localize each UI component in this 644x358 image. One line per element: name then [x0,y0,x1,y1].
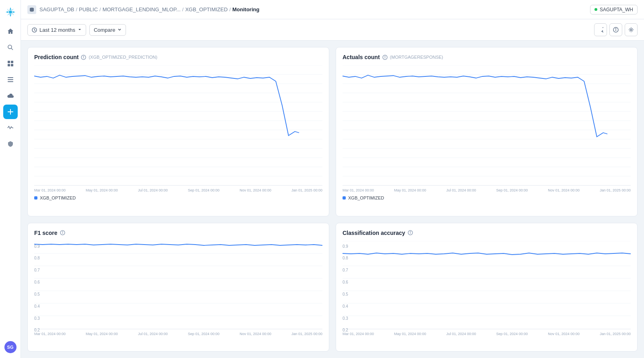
chart-header-accuracy: Classification accuracy [343,230,631,236]
time-range-button[interactable]: Last 12 months [27,24,86,36]
actuals-count-svg [343,65,631,186]
acc-y-02: 0.2 [343,328,348,332]
legend-dot-actuals [343,196,346,200]
f1-y-02: 0.2 [34,328,40,332]
x-label-jan: Jan 01, 2025 00:00 [291,188,322,192]
accuracy-svg [343,241,631,329]
prediction-count-title: Prediction count [34,54,78,60]
sidebar-item-cloud[interactable] [3,88,18,103]
prediction-count-svg: 2,600 2,400 2,200 2,000 1,800 1,600 1,40… [34,65,322,186]
f1-score-svg [34,241,322,329]
clock-icon [32,27,37,33]
actuals-count-card: Actuals count (MORTGAGERESPONSE) [336,47,638,216]
svg-rect-3 [8,61,10,63]
actuals-x-may: May 01, 2024 00:00 [394,188,426,192]
chart-header-actuals: Actuals count (MORTGAGERESPONSE) [343,54,631,60]
sidebar-item-activity[interactable] [3,121,18,135]
svg-point-0 [9,10,12,14]
svg-point-77 [410,232,411,232]
prediction-count-subtitle: (XGB_OPTIMIZED_PREDICTION) [89,55,157,60]
legend-dot-prediction [34,196,37,200]
actuals-x-nov: Nov 01, 2024 00:00 [548,188,580,192]
actuals-x-jan: Jan 01, 2025 00:00 [600,188,631,192]
svg-point-15 [630,29,632,31]
svg-rect-8 [8,79,13,80]
f1-score-chart-area: Mar 01, 2024 00:00 May 01, 2024 00:00 Ju… [34,241,322,345]
sidebar-item-shield[interactable] [3,137,18,151]
legend-label-prediction: XGB_OPTIMIZED [40,195,76,200]
f1-y-08: 0.8 [34,256,40,260]
breadcrumb-sep-3: / [182,6,184,12]
svg-rect-7 [8,77,13,78]
classification-accuracy-title: Classification accuracy [343,230,405,236]
dashboard: Prediction count (XGB_OPTIMIZED_PREDICTI… [21,41,644,358]
acc-y-08: 0.8 [343,256,348,260]
breadcrumb-sep-1: / [76,6,77,12]
accuracy-info-icon[interactable] [408,230,413,235]
legend-label-actuals: XGB_OPTIMIZED [348,195,384,200]
x-label-nov: Nov 01, 2024 00:00 [239,188,271,192]
refresh-button[interactable] [594,23,607,36]
chart-header-prediction: Prediction count (XGB_OPTIMIZED_PREDICTI… [34,54,322,60]
svg-rect-9 [8,81,13,82]
database-icon [27,5,36,14]
sidebar-item-list[interactable] [3,72,18,87]
chevron-down-icon-2 [118,28,122,32]
warehouse-badge[interactable]: SAGUPTA_WH [590,5,638,14]
prediction-info-icon[interactable] [81,55,86,60]
breadcrumb-part-schema: PUBLIC [79,6,98,12]
f1-info-icon[interactable] [60,230,65,235]
x-label-mar: Mar 01, 2024 00:00 [34,188,66,192]
warehouse-status-dot [594,8,597,11]
f1-x-jul: Jul 01, 2024 00:00 [138,332,168,336]
breadcrumb-part-db: SAGUPTA_DB [39,6,74,12]
acc-x-sep: Sep 01, 2024 00:00 [496,332,528,336]
breadcrumb-part-page: Monitoring [232,6,259,12]
actuals-count-subtitle: (MORTGAGERESPONSE) [390,55,443,60]
actuals-count-title: Actuals count [343,54,380,60]
settings-button[interactable] [625,23,638,36]
svg-rect-4 [11,61,13,63]
x-label-jul: Jul 01, 2024 00:00 [138,188,168,192]
f1-x-jan: Jan 01, 2025 00:00 [291,332,322,336]
actuals-x-sep: Sep 01, 2024 00:00 [496,188,528,192]
f1-x-nov: Nov 01, 2024 00:00 [239,332,271,336]
f1-y-09: 0.9 [34,244,40,249]
actuals-x-jul: Jul 01, 2024 00:00 [446,188,476,192]
x-label-may: May 01, 2024 00:00 [86,188,118,192]
actuals-info-icon[interactable] [382,55,388,60]
f1-x-may: May 01, 2024 00:00 [86,332,118,336]
sidebar-item-home[interactable] [3,24,18,39]
f1-y-07: 0.7 [34,268,40,272]
acc-x-jul: Jul 01, 2024 00:00 [446,332,476,336]
topbar-right: SAGUPTA_WH [590,5,638,14]
f1-score-title: F1 score [34,230,58,236]
f1-score-card: F1 score Mar 01, 2024 00:00 [27,223,329,352]
f1-y-06: 0.6 [34,280,40,284]
sidebar-item-search[interactable] [3,40,18,55]
user-avatar[interactable]: SG [4,341,17,353]
sidebar-item-grid[interactable] [3,56,18,71]
app-logo[interactable] [3,5,18,19]
breadcrumb-sep-2: / [99,6,101,12]
chevron-down-icon [78,28,82,32]
acc-y-03: 0.3 [343,316,348,321]
compare-button[interactable]: Compare [89,24,126,36]
acc-x-may: May 01, 2024 00:00 [394,332,426,336]
info-button[interactable] [609,23,622,36]
settings-icon [628,27,634,33]
sidebar-item-add[interactable] [3,105,18,119]
acc-x-jan: Jan 01, 2025 00:00 [600,332,631,336]
svg-point-49 [385,56,385,56]
breadcrumb: SAGUPTA_DB / PUBLIC / MORTGAGE_LENDING_M… [27,5,259,14]
f1-y-04: 0.4 [34,304,40,309]
actuals-count-chart-area: Mar 01, 2024 00:00 May 01, 2024 00:00 Ju… [343,65,631,210]
actuals-legend: XGB_OPTIMIZED [343,195,631,200]
topbar: SAGUPTA_DB / PUBLIC / MORTGAGE_LENDING_M… [21,0,644,19]
warehouse-label: SAGUPTA_WH [600,7,633,12]
breadcrumb-sep-4: / [229,6,231,12]
main-content: SAGUPTA_DB / PUBLIC / MORTGAGE_LENDING_M… [21,0,644,358]
f1-y-03: 0.3 [34,316,40,321]
sidebar: SG [0,0,21,358]
f1-y-05: 0.5 [34,292,40,296]
